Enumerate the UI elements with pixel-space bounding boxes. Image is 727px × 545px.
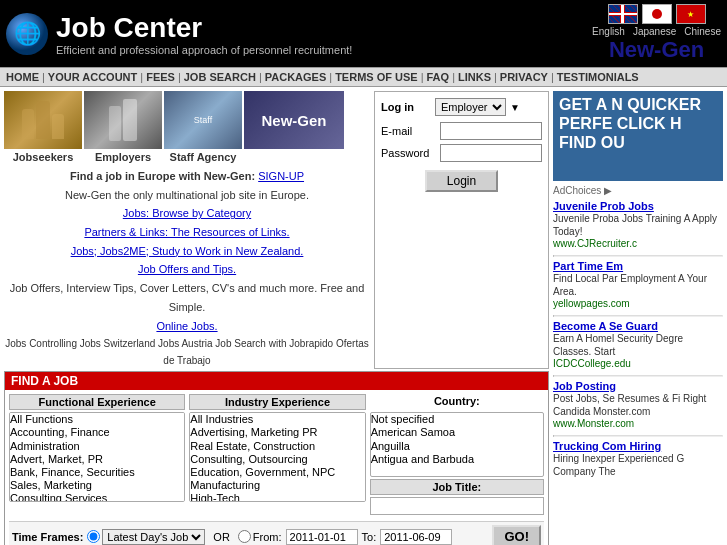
banner-staff: Staff [164, 91, 242, 149]
nav-sep-5: | [329, 71, 332, 83]
lang-japanese[interactable]: Japanese [633, 26, 676, 37]
nav-sep-8: | [494, 71, 497, 83]
flag-china[interactable]: ★ [676, 4, 706, 24]
nav-privacy[interactable]: PRIVACY [500, 71, 548, 83]
latest-radio[interactable] [87, 530, 100, 543]
nav-sep-4: | [259, 71, 262, 83]
jobs2me-link[interactable]: Jobs; Jobs2ME; Study to Work in New Zeal… [71, 245, 304, 257]
ad-parttime-site: yellowpages.com [553, 298, 723, 309]
latest-select[interactable]: Latest Day's Job [102, 529, 205, 545]
nav-fees[interactable]: FEES [146, 71, 175, 83]
email-field[interactable] [440, 122, 542, 140]
newgen-banner-text: New-Gen [261, 112, 326, 129]
ad-trucking-link[interactable]: Trucking Com Hiring [553, 440, 723, 452]
email-label: E-mail [381, 125, 436, 137]
online-jobs-link[interactable]: Online Jobs. [156, 320, 217, 332]
from-label: From: [253, 531, 282, 543]
ad-sep-1 [553, 255, 723, 257]
nav-sep-2: | [140, 71, 143, 83]
globe-icon: 🌐 [6, 13, 48, 55]
from-date[interactable] [286, 529, 358, 545]
find-job-title: FIND A JOB [5, 372, 548, 390]
lang-english[interactable]: English [592, 26, 625, 37]
banner-employers [84, 91, 162, 149]
job-offers-link[interactable]: Job Offers and Tips. [138, 263, 236, 275]
ad-choices-label: AdChoices ▶ [553, 185, 723, 196]
nav-faq[interactable]: FAQ [427, 71, 450, 83]
ad-trucking: Trucking Com Hiring Hiring Inexper Exper… [553, 440, 723, 478]
partners-link[interactable]: Partners & Links: The Resources of Links… [84, 226, 289, 238]
country-col-header: Country: [370, 394, 544, 410]
nav-bar: HOME | YOUR ACCOUNT | FEES | JOB SEARCH … [0, 67, 727, 87]
ad-posting-site: www.Monster.com [553, 418, 723, 429]
signup-link[interactable]: SIGN-UP [258, 170, 304, 182]
staff-agency-label[interactable]: Staff Agency [164, 151, 242, 163]
login-button[interactable]: Login [425, 170, 498, 192]
nav-terms[interactable]: TERMS OF USE [335, 71, 418, 83]
newgen-label: New-Gen [609, 37, 704, 63]
content-links: Find a job in Europe with New-Gen: SIGN-… [4, 167, 370, 369]
or-label: OR [213, 531, 230, 543]
industry-col-header: Industry Experience [189, 394, 365, 410]
nav-sep-9: | [551, 71, 554, 83]
nav-links[interactable]: LINKS [458, 71, 491, 83]
from-radio[interactable] [238, 530, 251, 543]
site-title: Job Center [56, 12, 352, 44]
nav-sep-1: | [42, 71, 45, 83]
flag-japan[interactable] [642, 4, 672, 24]
ad-parttime-text: Find Local Par Employment A Your Area. [553, 272, 723, 298]
functional-experience-list[interactable]: All Functions Accounting, Finance Admini… [9, 412, 185, 502]
from-radio-label[interactable]: From: [238, 530, 282, 543]
ad-sep-3 [553, 375, 723, 377]
industry-experience-list[interactable]: All Industries Advertising, Marketing PR… [189, 412, 365, 502]
ad-sep-2 [553, 315, 723, 317]
ad-trucking-text: Hiring Inexper Experienced G Company The [553, 452, 723, 478]
job-title-label: Job Title: [370, 479, 544, 495]
lang-chinese[interactable]: Chinese [684, 26, 721, 37]
ad-security-site: ICDCCollege.edu [553, 358, 723, 369]
ad-parttime-link[interactable]: Part Time Em [553, 260, 723, 272]
flag-uk[interactable] [608, 4, 638, 24]
ad-banner-text: GET A N QUICKER PERFE CLICK H FIND OU [559, 95, 717, 153]
dropdown-arrow-icon: ▼ [510, 102, 520, 113]
ad-security-text: Earn A Homel Security Degre Classes. Sta… [553, 332, 723, 358]
ad-posting-text: Post Jobs, Se Resumes & Fi Right Candida… [553, 392, 723, 418]
nav-job-search[interactable]: JOB SEARCH [184, 71, 256, 83]
site-subtitle: Efficient and professional approach of p… [56, 44, 352, 56]
ad-juvenile-link[interactable]: Juvenile Prob Jobs [553, 200, 723, 212]
job-title-input[interactable] [370, 497, 544, 515]
ad-sep-4 [553, 435, 723, 437]
jobseekers-label[interactable]: Jobseekers [4, 151, 82, 163]
ad-juvenile-text: Juvenile Proba Jobs Training A Apply Tod… [553, 212, 723, 238]
login-label: Log in [381, 101, 431, 113]
login-type-select[interactable]: Employer [435, 98, 506, 116]
latest-radio-label[interactable]: Latest Day's Job [87, 529, 205, 545]
ad-security-link[interactable]: Become A Se Guard [553, 320, 723, 332]
password-label: Password [381, 147, 436, 159]
browse-link[interactable]: Jobs: Browse by Category [123, 207, 251, 219]
ad-juvenile-site: www.CJRecruiter.c [553, 238, 723, 249]
nav-sep-3: | [178, 71, 181, 83]
ad-security: Become A Se Guard Earn A Homel Security … [553, 320, 723, 369]
to-date[interactable] [380, 529, 452, 545]
country-list[interactable]: Not specified American Samoa Anguilla An… [370, 412, 544, 477]
find-job-section: FIND A JOB Functional Experience Industr… [4, 371, 549, 545]
ad-juvenile: Juvenile Prob Jobs Juvenile Proba Jobs T… [553, 200, 723, 249]
ad-parttime: Part Time Em Find Local Par Employment A… [553, 260, 723, 309]
go-button[interactable]: GO! [492, 525, 541, 545]
header: 🌐 Job Center Efficient and professional … [0, 0, 727, 67]
nav-testimonials[interactable]: TESTIMONIALS [557, 71, 639, 83]
employers-label[interactable]: Employers [84, 151, 162, 163]
login-panel: Log in Employer ▼ E-mail Password Login [374, 91, 549, 369]
time-frames-label: Time Frames: [12, 531, 83, 543]
functional-col-header: Functional Experience [9, 394, 185, 410]
nav-home[interactable]: HOME [6, 71, 39, 83]
ad-posting-link[interactable]: Job Posting [553, 380, 723, 392]
top-ad-banner[interactable]: GET A N QUICKER PERFE CLICK H FIND OU [553, 91, 723, 181]
ad-posting: Job Posting Post Jobs, Se Resumes & Fi R… [553, 380, 723, 429]
nav-account[interactable]: YOUR ACCOUNT [48, 71, 137, 83]
password-field[interactable] [440, 144, 542, 162]
banner-jobseekers [4, 91, 82, 149]
nav-packages[interactable]: PACKAGES [265, 71, 327, 83]
header-title-block: Job Center Efficient and professional ap… [56, 12, 352, 56]
